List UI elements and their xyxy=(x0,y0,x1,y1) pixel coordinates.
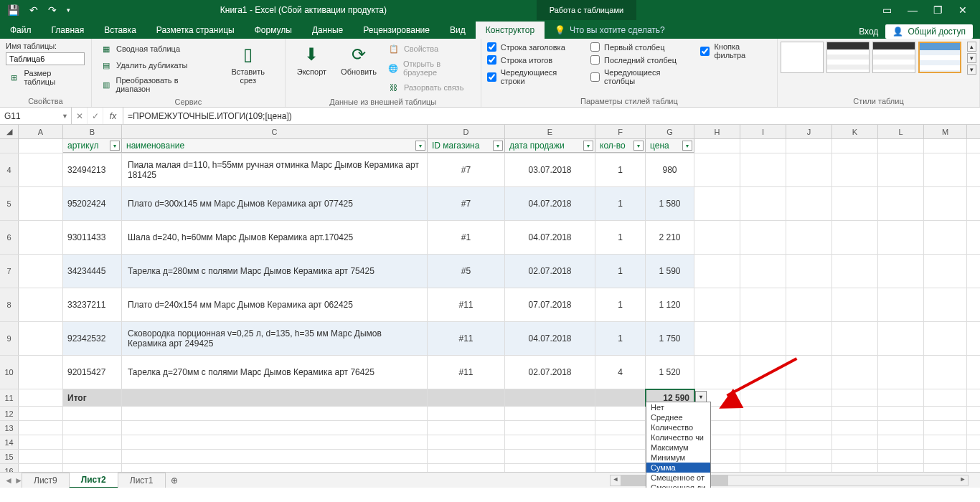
filter-icon[interactable]: ▾ xyxy=(110,141,120,151)
banded-cols-chk[interactable]: Чередующиеся столбцы xyxy=(590,67,690,86)
th-id[interactable]: ID магазина▾ xyxy=(428,139,505,153)
cell-id[interactable]: #11 xyxy=(428,356,505,389)
sheet-tab-1[interactable]: Лист9 xyxy=(22,473,70,488)
cell-price[interactable]: 2 210 xyxy=(646,221,694,254)
row-num[interactable]: 12 xyxy=(0,407,19,420)
cell-artikul[interactable]: 92342532 xyxy=(63,322,122,355)
dropdown-item[interactable]: Минимум xyxy=(646,453,710,463)
table-style-1[interactable] xyxy=(781,42,824,73)
refresh-button[interactable]: ⟳Обновить xyxy=(335,42,382,77)
sheet-tab-3[interactable]: Лист1 xyxy=(118,473,166,488)
total-function-dropdown[interactable]: НетСреднееКоличествоКоличество чиМаксиму… xyxy=(646,402,711,488)
row-num[interactable]: 6 xyxy=(0,221,19,254)
dropdown-item[interactable]: Сумма xyxy=(646,463,710,473)
col-F[interactable]: F xyxy=(595,125,646,138)
cell-date[interactable]: 04.07.2018 xyxy=(505,322,595,355)
col-J[interactable]: J xyxy=(786,125,832,138)
tab-data[interactable]: Данные xyxy=(302,22,353,39)
filter-icon[interactable]: ▾ xyxy=(682,141,692,151)
cell-date[interactable]: 02.07.2018 xyxy=(505,255,595,288)
col-E[interactable]: E xyxy=(505,125,595,138)
row-num[interactable]: 13 xyxy=(0,421,19,435)
slicer-button[interactable]: ▯ Вставить срез xyxy=(217,42,279,86)
table-name-input[interactable] xyxy=(6,52,85,65)
first-col-chk[interactable]: Первый столбец xyxy=(590,42,690,52)
cell-date[interactable]: 07.07.2018 xyxy=(505,288,595,321)
cell-id[interactable]: #1 xyxy=(428,221,505,254)
th-artikul[interactable]: артикул▾ xyxy=(63,139,122,153)
cell-qty[interactable]: 1 xyxy=(595,322,646,355)
share-button[interactable]: 👤 Общий доступ xyxy=(885,24,973,39)
col-A[interactable]: A xyxy=(19,125,63,138)
torange-button[interactable]: ▥Преобразовать в диапазон xyxy=(98,75,215,95)
row-num[interactable]: 5 xyxy=(0,187,19,220)
dropdown-item[interactable]: Смещенная ди xyxy=(646,483,710,488)
col-K[interactable]: K xyxy=(832,125,878,138)
namebox-dd-icon[interactable]: ▼ xyxy=(62,113,68,120)
cell-qty[interactable]: 1 xyxy=(595,255,646,288)
th-date[interactable]: дата продажи▾ xyxy=(505,139,595,153)
login-link[interactable]: Вход xyxy=(859,27,878,37)
cell-date[interactable]: 04.07.2018 xyxy=(505,221,595,254)
cell-artikul[interactable]: 32494213 xyxy=(63,153,122,186)
col-D[interactable]: D xyxy=(428,125,505,138)
col-L[interactable]: L xyxy=(878,125,924,138)
cell-price[interactable]: 980 xyxy=(646,153,694,186)
styles-down-icon[interactable]: ▾ xyxy=(967,53,976,63)
tab-home[interactable]: Главная xyxy=(42,22,95,39)
cell-price[interactable]: 1 120 xyxy=(646,288,694,321)
cell-artikul[interactable]: 33237211 xyxy=(63,288,122,321)
cell-date[interactable]: 04.07.2018 xyxy=(505,187,595,220)
cell-qty[interactable]: 4 xyxy=(595,356,646,389)
table-style-4[interactable] xyxy=(918,42,961,73)
resize-table-button[interactable]: ⊞ Размер таблицы xyxy=(6,67,85,87)
cell-qty[interactable]: 1 xyxy=(595,153,646,186)
cell-artikul[interactable]: 92015427 xyxy=(63,356,122,389)
add-sheet-button[interactable]: ⊕ xyxy=(165,473,184,488)
row-num[interactable]: 15 xyxy=(0,450,19,463)
name-box[interactable]: G11 ▼ xyxy=(0,108,72,124)
row-num[interactable]: 8 xyxy=(0,288,19,321)
row-num[interactable]: 10 xyxy=(0,356,19,389)
close-icon[interactable]: ✕ xyxy=(958,4,967,16)
cell-id[interactable]: #7 xyxy=(428,153,505,186)
header-row-chk[interactable]: Строка заголовка xyxy=(487,42,580,52)
cell-name[interactable]: Тарелка д=280мм с полями Марс Дымов Кера… xyxy=(122,255,428,288)
banded-rows-chk[interactable]: Чередующиеся строки xyxy=(487,67,580,86)
enter-formula-icon[interactable]: ✓ xyxy=(88,108,103,124)
col-B[interactable]: B xyxy=(63,125,122,138)
tab-review[interactable]: Рецензирование xyxy=(353,22,440,39)
redo-icon[interactable]: ↷ xyxy=(48,4,57,16)
filter-icon[interactable]: ▾ xyxy=(493,141,503,151)
tab-insert[interactable]: Вставка xyxy=(94,22,146,39)
export-button[interactable]: ⬇Экспорт xyxy=(291,42,332,77)
row-num[interactable]: 11 xyxy=(0,389,19,406)
formula-input[interactable]: =ПРОМЕЖУТОЧНЫЕ.ИТОГИ(109;[цена]) xyxy=(123,108,980,124)
dropdown-item[interactable]: Смещенное от xyxy=(646,473,710,483)
styles-more-icon[interactable]: ▾ xyxy=(967,65,976,75)
row-num[interactable]: 9 xyxy=(0,322,19,355)
th-qty[interactable]: кол-во▾ xyxy=(595,139,646,153)
save-icon[interactable]: 💾 xyxy=(7,4,19,16)
cell-date[interactable]: 03.07.2018 xyxy=(505,153,595,186)
cell-name[interactable]: Тарелка д=270мм с полями Марс Дымов Кера… xyxy=(122,356,428,389)
pivot-button[interactable]: ▦Сводная таблица xyxy=(98,42,215,56)
cell-name[interactable]: Пиала малая d=110, h=55мм ручная отминка… xyxy=(122,153,428,186)
cell-id[interactable]: #11 xyxy=(428,322,505,355)
dropdown-item[interactable]: Максимум xyxy=(646,442,710,453)
col-C[interactable]: C xyxy=(122,125,428,138)
filter-btn-chk[interactable]: Кнопка фильтра xyxy=(700,42,771,60)
col-M[interactable]: M xyxy=(924,125,967,138)
cell-qty[interactable]: 1 xyxy=(595,288,646,321)
table-style-2[interactable] xyxy=(826,42,870,73)
sheet-next-icon[interactable]: ► xyxy=(14,475,23,486)
sheet-tab-2[interactable]: Лист2 xyxy=(69,472,118,488)
col-H[interactable]: H xyxy=(694,125,740,138)
total-dropdown-icon[interactable]: ▾ xyxy=(695,391,707,402)
th-price[interactable]: цена▾ xyxy=(646,139,694,153)
cell-price[interactable]: 1 580 xyxy=(646,187,694,220)
row-num[interactable]: 14 xyxy=(0,435,19,449)
cell-name[interactable]: Шала d=240, h=60мм Марс Дымов Керамика а… xyxy=(122,221,428,254)
tab-view[interactable]: Вид xyxy=(440,22,476,39)
row-num[interactable]: 7 xyxy=(0,255,19,288)
